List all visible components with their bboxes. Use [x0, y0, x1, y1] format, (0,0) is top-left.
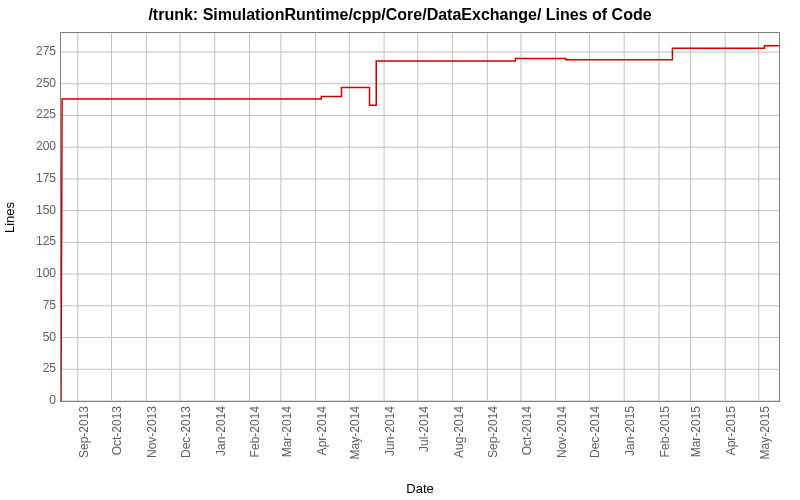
y-tick: 125 — [16, 234, 56, 248]
x-tick: Apr-2015 — [724, 406, 738, 486]
loc-chart: /trunk: SimulationRuntime/cpp/Core/DataE… — [0, 0, 800, 500]
x-tick: Dec-2013 — [179, 406, 193, 486]
x-tick: Nov-2014 — [555, 406, 569, 486]
y-tick: 75 — [16, 298, 56, 312]
x-tick: Sep-2013 — [77, 406, 91, 486]
x-tick: Jun-2014 — [383, 406, 397, 486]
data-series — [61, 46, 779, 401]
y-tick: 225 — [16, 107, 56, 121]
gridlines — [61, 33, 779, 401]
x-tick: Feb-2015 — [658, 406, 672, 486]
x-tick: Oct-2013 — [110, 406, 124, 486]
y-tick: 0 — [16, 393, 56, 407]
y-tick: 275 — [16, 44, 56, 58]
y-tick: 50 — [16, 330, 56, 344]
x-tick: Oct-2014 — [520, 406, 534, 486]
y-tick: 150 — [16, 203, 56, 217]
x-tick: May-2015 — [758, 406, 772, 486]
chart-title: /trunk: SimulationRuntime/cpp/Core/DataE… — [0, 6, 800, 24]
x-tick: Dec-2014 — [588, 406, 602, 486]
y-tick: 200 — [16, 139, 56, 153]
x-tick: Jan-2014 — [214, 406, 228, 486]
x-tick: Jul-2014 — [417, 406, 431, 486]
plot-svg — [61, 33, 779, 401]
x-tick: Mar-2014 — [280, 406, 294, 486]
x-tick: Aug-2014 — [452, 406, 466, 486]
y-tick: 250 — [16, 76, 56, 90]
x-tick: Nov-2013 — [145, 406, 159, 486]
y-tick: 25 — [16, 361, 56, 375]
y-tick: 100 — [16, 266, 56, 280]
y-tick: 175 — [16, 171, 56, 185]
x-tick: Apr-2014 — [315, 406, 329, 486]
x-tick: Jan-2015 — [623, 406, 637, 486]
plot-area — [60, 32, 780, 402]
x-tick: Feb-2014 — [248, 406, 262, 486]
x-axis-label: Date — [60, 481, 780, 496]
x-tick: May-2014 — [348, 406, 362, 486]
x-tick: Mar-2015 — [689, 406, 703, 486]
x-tick: Sep-2014 — [486, 406, 500, 486]
loc-line — [61, 46, 779, 401]
